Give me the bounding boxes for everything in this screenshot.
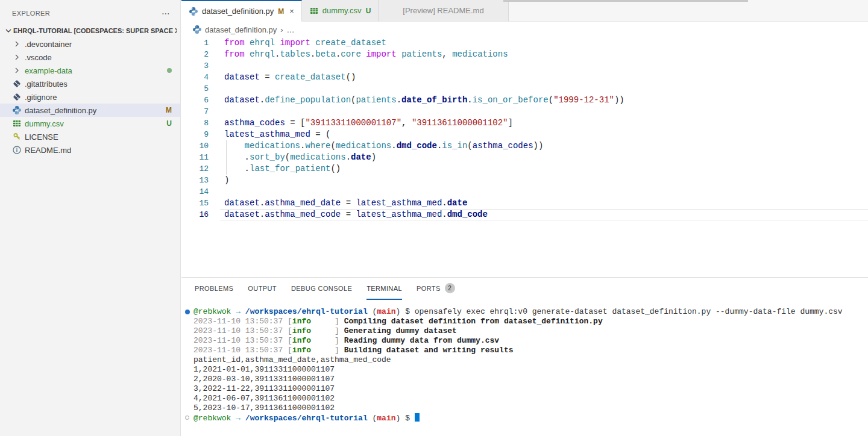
- tree-item-readme-md[interactable]: README.md: [0, 143, 180, 157]
- tree-item-label: .gitignore: [25, 93, 172, 102]
- git-status-badge: U: [166, 119, 172, 128]
- line-number: 10: [181, 140, 209, 152]
- chevron-right-icon: [12, 66, 22, 75]
- line-number: 1: [181, 37, 209, 49]
- python-file-icon: [12, 105, 22, 115]
- breadcrumb-file[interactable]: dataset_definition.py: [205, 25, 277, 34]
- editor-line[interactable]: 14: [181, 186, 868, 198]
- python-file-icon: [192, 25, 202, 34]
- tree-item-gitignore[interactable]: .gitignore: [0, 90, 180, 104]
- line-number: 6: [181, 95, 209, 106]
- tree-item-vscode[interactable]: .vscode: [0, 51, 180, 64]
- line-number: 16: [181, 209, 209, 220]
- code-line: from ehrql import create_dataset: [220, 37, 868, 49]
- editor-line[interactable]: 3: [181, 60, 868, 72]
- line-number: 3: [181, 60, 209, 72]
- code-line: .sort_by(medications.date): [220, 152, 868, 163]
- editor-line[interactable]: 15dataset.asthma_med_date = latest_asthm…: [181, 198, 868, 209]
- editor-line[interactable]: 10 medications.where(medications.dmd_cod…: [181, 140, 868, 152]
- terminal-line: 2023-11-10 13:50:37 [info ] Reading dumm…: [193, 336, 868, 346]
- code-line: dataset = create_dataset(): [220, 72, 868, 83]
- tab-dummy-csv[interactable]: dummy.csvU: [302, 0, 379, 22]
- license-icon: [12, 132, 22, 142]
- line-number: 2: [181, 49, 209, 60]
- code-line: ): [220, 175, 868, 186]
- code-line: dataset.asthma_med_code = latest_asthma_…: [220, 209, 868, 220]
- tab-label: dummy.csv: [322, 6, 362, 15]
- tree-item-dummy-csv[interactable]: dummy.csvU: [0, 117, 180, 130]
- terminal-cursor: [415, 413, 420, 422]
- panel-tab-debug-console[interactable]: DEBUG CONSOLE: [291, 278, 352, 300]
- line-number: 11: [181, 152, 209, 163]
- indent-guide: [226, 152, 227, 163]
- tab-bar-filler: [509, 0, 868, 22]
- tree-item-dataset-definition-py[interactable]: dataset_definition.pyM: [0, 104, 180, 117]
- tree-item-label: .gitattributes: [25, 79, 172, 89]
- tabs: dataset_definition.pyM×dummy.csvU[Previe…: [181, 0, 509, 22]
- code-line: [220, 83, 868, 95]
- code-line: [220, 60, 868, 72]
- workspace-section-header[interactable]: EHRQL-TUTORIAL [CODESPACES: SUPER SPACE …: [0, 24, 180, 37]
- line-number: 13: [181, 175, 209, 186]
- chevron-down-icon: [4, 26, 13, 36]
- terminal-line: 5,2023-10-17,39113611000001102: [193, 403, 868, 413]
- code-line: from ehrql.tables.beta.core import patie…: [220, 49, 868, 60]
- workspace-section-label: EHRQL-TUTORIAL [CODESPACES: SUPER SPACE …: [13, 27, 177, 34]
- panel-tab-output[interactable]: OUTPUT: [248, 278, 277, 300]
- tab-preview-readme-md[interactable]: [Preview] README.md: [379, 0, 508, 22]
- tab-label: [Preview] README.md: [386, 6, 500, 15]
- chevron-right-icon: [12, 39, 22, 49]
- code-line: latest_asthma_med = (: [220, 129, 868, 140]
- editor-line[interactable]: 2from ehrql.tables.beta.core import pati…: [181, 49, 868, 60]
- editor-line[interactable]: 9latest_asthma_med = (: [181, 129, 868, 140]
- tree-item-gitattributes[interactable]: .gitattributes: [0, 77, 180, 90]
- panel-tab-label: PORTS: [417, 285, 441, 292]
- terminal-line: @rebkwok → /workspaces/ehrql-tutorial (m…: [193, 413, 868, 423]
- tree-item-devcontainer[interactable]: .devcontainer: [0, 37, 180, 51]
- editor-line[interactable]: 6dataset.define_population(patients.date…: [181, 95, 868, 106]
- git-file-icon: [12, 92, 22, 102]
- editor-line[interactable]: 13): [181, 175, 868, 186]
- code-editor[interactable]: 1from ehrql import create_dataset2from e…: [181, 37, 868, 277]
- terminal-line: patient_id,asthma_med_date,asthma_med_co…: [193, 355, 868, 365]
- editor-line[interactable]: 1from ehrql import create_dataset: [181, 37, 868, 49]
- code-line: [220, 106, 868, 117]
- terminal-line: 2023-11-10 13:50:37 [info ] Compiling da…: [193, 317, 868, 326]
- panel-tab-terminal[interactable]: TERMINAL: [366, 278, 402, 300]
- terminal-line: 1,2021-01-01,39113311000001107: [193, 365, 868, 375]
- terminal-line: 2,2020-03-10,39113311000001107: [193, 375, 868, 384]
- terminal[interactable]: @rebkwok → /workspaces/ehrql-tutorial (m…: [181, 300, 868, 423]
- editor-line[interactable]: 16dataset.asthma_med_code = latest_asthm…: [181, 209, 868, 220]
- more-actions-icon[interactable]: ⋯: [162, 8, 171, 18]
- panel-header: PROBLEMSOUTPUTDEBUG CONSOLETERMINALPORTS…: [181, 278, 868, 300]
- tab-dataset-definition-py[interactable]: dataset_definition.pyM×: [181, 0, 302, 22]
- command-pending-icon[interactable]: [185, 416, 189, 420]
- close-icon[interactable]: ×: [289, 7, 294, 16]
- panel-tab-label: TERMINAL: [366, 285, 402, 292]
- command-executed-icon[interactable]: [185, 310, 190, 314]
- tab-scrollbar[interactable]: [503, 0, 748, 2]
- terminal-line: 4,2021-06-07,39113611000001102: [193, 394, 868, 403]
- editor-line[interactable]: 11 .sort_by(medications.date): [181, 152, 868, 163]
- explorer-panel: EXPLORER ⋯ EHRQL-TUTORIAL [CODESPACES: S…: [0, 0, 181, 436]
- editor-line[interactable]: 7: [181, 106, 868, 117]
- breadcrumb-symbol[interactable]: …: [287, 25, 295, 34]
- terminal-line: @rebkwok → /workspaces/ehrql-tutorial (m…: [193, 307, 868, 317]
- git-status-badge: M: [278, 7, 284, 16]
- tree-item-example-data[interactable]: example-data: [0, 64, 180, 77]
- tree-item-label: README.md: [25, 146, 172, 155]
- panel-tab-problems[interactable]: PROBLEMS: [195, 278, 233, 300]
- tree-item-license[interactable]: LICENSE: [0, 130, 180, 143]
- editor-line[interactable]: 8asthma_codes = ["39113311000001107", "3…: [181, 117, 868, 129]
- panel-tab-ports[interactable]: PORTS2: [417, 278, 455, 300]
- code-line: dataset.asthma_med_date = latest_asthma_…: [220, 198, 868, 209]
- line-number: 12: [181, 163, 209, 175]
- editor-line[interactable]: 12 .last_for_patient(): [181, 163, 868, 175]
- code-line: medications.where(medications.dmd_code.i…: [220, 140, 868, 152]
- bottom-panel: PROBLEMSOUTPUTDEBUG CONSOLETERMINALPORTS…: [181, 277, 868, 436]
- tree-item-label: dummy.csv: [25, 119, 163, 128]
- editor-line[interactable]: 4dataset = create_dataset(): [181, 72, 868, 83]
- tree-item-label: .devcontainer: [25, 40, 172, 49]
- git-file-icon: [12, 79, 22, 89]
- editor-line[interactable]: 5: [181, 83, 868, 95]
